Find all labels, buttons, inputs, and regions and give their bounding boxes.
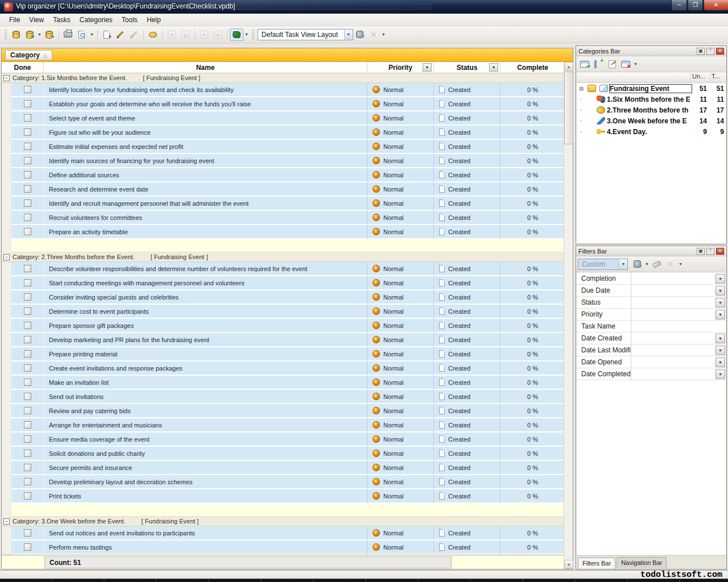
tab-filters-bar[interactable]: Filters Bar — [578, 558, 615, 569]
filter-dropdown[interactable]: ▼ — [245, 32, 249, 36]
tab-navigation-bar[interactable]: Navigation Bar — [617, 557, 667, 568]
categories-float-button[interactable]: ▣ — [697, 48, 705, 55]
scroll-down-button[interactable]: ▼ — [564, 560, 573, 569]
task-done-checkbox[interactable] — [24, 435, 31, 443]
filter-preset-dropdown[interactable]: ▼ — [619, 259, 627, 269]
task-done-checkbox[interactable] — [24, 529, 31, 537]
categories-pin-button[interactable]: ⊤ — [706, 48, 714, 55]
edit-task-button[interactable] — [114, 28, 127, 41]
restore-button[interactable]: ❐ — [688, 0, 703, 11]
task-row[interactable]: Send out invitationsNormalCreated0 % — [2, 390, 565, 404]
task-row[interactable]: Start conducting meetings with managemen… — [2, 276, 565, 290]
delete-task-button[interactable] — [127, 28, 141, 41]
filters-close-button[interactable]: ✕ — [716, 248, 724, 255]
clear-filter-button[interactable] — [650, 258, 664, 271]
menu-view[interactable]: View — [24, 14, 48, 26]
task-row[interactable]: Prepare printing materialNormalCreated0 … — [2, 347, 565, 361]
add-subcategory-button[interactable] — [592, 58, 605, 70]
category-tree-item[interactable]: ·4.Event Day.99 — [577, 126, 726, 137]
task-row[interactable]: Describe volunteer responsibilities and … — [2, 262, 565, 276]
group-header-row[interactable]: −Category: 3.One Week before the Event.[… — [2, 517, 565, 526]
filter-value-field[interactable] — [631, 297, 715, 308]
task-done-checkbox[interactable] — [24, 214, 31, 221]
minimize-button[interactable]: ─ — [671, 0, 687, 11]
collapse-tree-icon[interactable]: ⊟ — [577, 86, 586, 92]
filter-value-field[interactable] — [631, 285, 715, 296]
task-done-checkbox[interactable] — [24, 492, 31, 500]
filter-value-dropdown[interactable]: ▼ — [715, 274, 725, 284]
filter-value-field[interactable] — [631, 332, 715, 344]
categories-close-button[interactable]: ✕ — [716, 48, 724, 55]
task-done-checkbox[interactable] — [24, 543, 31, 551]
filter-preset-combobox[interactable]: Custom ▼ — [578, 259, 628, 270]
task-done-checkbox[interactable] — [24, 364, 31, 372]
add-category-button[interactable]: ➜ — [578, 58, 592, 70]
print-preview-dropdown[interactable]: ▼ — [90, 32, 94, 36]
move-bottom-button[interactable]: ⏷ — [197, 28, 211, 41]
priority-filter-dropdown[interactable]: ▼ — [423, 63, 432, 72]
category-tree-item[interactable]: ·1.Six Months before the E1111 — [577, 94, 726, 105]
task-done-checkbox[interactable] — [24, 478, 31, 485]
task-row[interactable]: Perform menu tastingsNormalCreated0 % — [2, 541, 565, 555]
filter-value-field[interactable] — [631, 273, 715, 284]
category-tree-item[interactable]: ·3.One Week before the E1414 — [577, 115, 726, 126]
filter-value-dropdown[interactable]: ▼ — [715, 286, 725, 296]
task-done-checkbox[interactable] — [24, 393, 31, 400]
filter-value-dropdown[interactable]: ▼ — [715, 357, 725, 367]
column-status[interactable]: Status▼ — [434, 62, 500, 73]
task-row[interactable]: Identify and recruit management personne… — [2, 197, 565, 211]
column-priority[interactable]: Priority▼ — [367, 62, 434, 73]
task-row[interactable]: Prepare an activity timetableNormalCreat… — [2, 225, 565, 239]
collapse-group-icon[interactable]: − — [3, 254, 10, 260]
task-done-checkbox[interactable] — [24, 307, 31, 315]
task-row[interactable]: Estimate initial expenses and expected n… — [2, 140, 565, 154]
column-complete[interactable]: Complete — [500, 62, 565, 73]
task-done-checkbox[interactable] — [24, 279, 31, 286]
new-task-button[interactable]: + — [100, 28, 114, 41]
toolbar-grip[interactable] — [5, 30, 7, 40]
task-done-checkbox[interactable] — [24, 322, 31, 329]
layout-combobox-dropdown[interactable]: ▼ — [344, 30, 353, 40]
group-header-row[interactable]: −Category: 1.Six Months before the Event… — [2, 73, 565, 83]
status-filter-dropdown[interactable]: ▼ — [489, 63, 498, 72]
close-button[interactable]: ✕ — [704, 0, 728, 11]
task-done-checkbox[interactable] — [24, 114, 31, 122]
filter-value-dropdown[interactable]: ▼ — [715, 310, 725, 319]
filters-pin-button[interactable]: ⊤ — [706, 248, 714, 255]
vertical-scrollbar[interactable]: ▲ ▼ — [564, 62, 573, 569]
layout-combobox[interactable]: Default Task View Layout ▼ — [258, 29, 353, 40]
toolbar-grip-2[interactable] — [252, 30, 254, 40]
menu-tasks[interactable]: Tasks — [48, 14, 75, 26]
task-done-checkbox[interactable] — [24, 450, 31, 457]
task-done-checkbox[interactable] — [24, 143, 31, 150]
task-done-checkbox[interactable] — [24, 421, 31, 429]
task-done-checkbox[interactable] — [24, 464, 31, 471]
task-done-checkbox[interactable] — [24, 100, 31, 107]
task-row[interactable]: Ensure media coverage of the eventNormal… — [2, 433, 565, 447]
column-done[interactable]: Done — [2, 62, 44, 73]
task-row[interactable]: Develop preliminary layout and decoratio… — [2, 475, 565, 489]
toolbar-overflow[interactable]: ▼ — [382, 32, 386, 36]
task-done-checkbox[interactable] — [24, 336, 31, 343]
category-tree-item[interactable]: ⊟Fundraising Event5151 — [577, 83, 726, 94]
delete-category-button[interactable]: ✕ — [619, 58, 632, 70]
category-tree-item[interactable]: ·2.Three Months before th1717 — [577, 105, 726, 115]
move-down-button[interactable]: ▼ — [165, 28, 179, 41]
task-done-checkbox[interactable] — [24, 185, 31, 193]
menu-help[interactable]: Help — [142, 14, 166, 26]
task-done-checkbox[interactable] — [24, 228, 31, 235]
task-done-checkbox[interactable] — [24, 157, 31, 164]
task-row[interactable]: Arrange for entertainment and musiciansN… — [2, 418, 565, 433]
task-done-checkbox[interactable] — [24, 86, 31, 93]
delete-layout-button[interactable]: ✕ — [367, 28, 380, 41]
task-done-checkbox[interactable] — [24, 265, 31, 272]
group-header-row[interactable]: −Category: 2.Three Months before the Eve… — [2, 252, 565, 262]
column-total[interactable]: T... — [710, 73, 726, 82]
categories-button[interactable] — [146, 28, 160, 41]
task-row[interactable]: Consider inviting special guests and cel… — [2, 290, 565, 305]
collapse-group-icon[interactable]: − — [3, 75, 10, 81]
filter-value-field[interactable] — [631, 344, 715, 356]
task-row[interactable]: Prepare sponsor gift packagesNormalCreat… — [2, 319, 565, 333]
new-database-button[interactable]: ➜ — [23, 28, 36, 41]
task-row[interactable]: Determine cost to event participantsNorm… — [2, 305, 565, 319]
